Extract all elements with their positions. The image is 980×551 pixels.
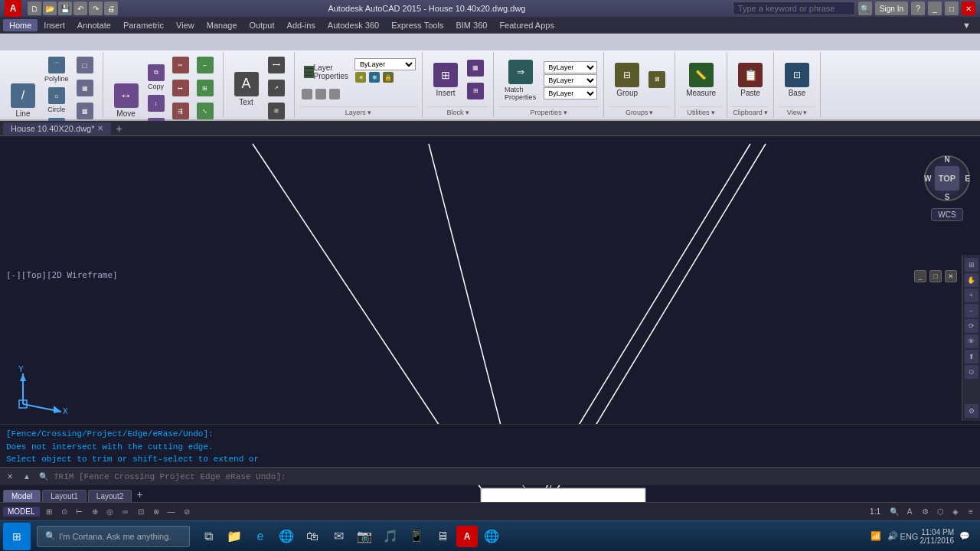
table-button[interactable]: ⊞ [265,101,288,122]
text-button[interactable]: A Text [230,69,263,109]
layer-on-off[interactable]: ☀ [354,71,367,85]
linetype-dropdown[interactable]: ByLayer [544,74,597,86]
store-icon[interactable]: 🛍 [300,524,325,549]
cmd-up-btn[interactable]: ▲ [20,470,34,484]
extend-button[interactable]: ↦ [169,78,192,99]
layer-more1[interactable] [301,88,313,102]
layer-dropdown[interactable]: ByLayer [354,58,416,70]
osnap-icon[interactable]: ◎ [104,506,116,518]
customize-icon[interactable]: ≡ [965,506,977,518]
properties-label[interactable]: Properties▾ [498,106,599,116]
annotate-icon[interactable]: A [903,506,916,518]
model-tab[interactable]: Model [3,490,41,502]
notifications-icon[interactable]: 💬 [959,530,971,543]
command-input-field[interactable] [54,472,977,481]
menu-insert[interactable]: Insert [38,19,71,31]
cmd-close-btn[interactable]: ✕ [3,470,17,484]
ortho-icon[interactable]: ⊢ [74,506,86,518]
ungroup-button[interactable]: ⊠ [645,70,668,91]
color-dropdown[interactable]: ByLayer [544,61,597,73]
network-tray[interactable]: 📶 [870,530,882,543]
media-icon[interactable]: 🎵 [378,524,403,549]
trim-button[interactable]: ✂ [169,55,192,77]
layer-more2[interactable] [315,88,327,102]
document-tab[interactable]: House 10.40X20.dwg* ✕ [3,122,111,135]
maximize-button[interactable]: □ [945,2,959,15]
layer-freeze[interactable]: ❄ [368,71,381,85]
block-label[interactable]: Block▾ [427,106,488,116]
cmd-search-btn[interactable]: 🔍 [37,470,51,484]
viewport-maximize[interactable]: □ [929,270,942,282]
nav-steer[interactable]: ⊙ [965,365,978,379]
tp-icon[interactable]: ⊘ [181,506,193,518]
offset-button[interactable]: ⇶ [169,101,192,122]
mail-icon[interactable]: ✉ [326,524,351,549]
start-button[interactable]: ⊞ [3,523,31,550]
match-properties-button[interactable]: ⇒ MatchProperties [500,57,541,104]
viewport-close[interactable]: ✕ [945,270,957,282]
layer-lock[interactable]: 🔒 [382,71,394,85]
cortana-search[interactable]: 🔍 I'm Cortana. Ask me anything. [37,526,190,547]
search-icon[interactable]: 🔍 [858,2,872,15]
otrack-icon[interactable]: ∞ [119,506,132,518]
zoom-level[interactable]: 1:1 [865,507,885,517]
polyline-button[interactable]: ⌒ Polyline [41,55,72,84]
view-label[interactable]: View▾ [779,106,815,116]
phone-icon[interactable]: 📱 [404,524,429,549]
stretch-button[interactable]: ↕ [145,93,168,115]
block-more2[interactable]: ⊞ [464,81,487,103]
close-button[interactable]: ✕ [962,2,975,15]
groups-label[interactable]: Groups▾ [609,106,670,116]
menu-home[interactable]: Home [3,19,38,31]
menu-featuredapps[interactable]: Featured Apps [493,19,560,31]
group-button[interactable]: ⊟ Group [610,60,644,100]
canvas-area[interactable]: [-][Top][2D Wireframe] _ □ ✕ [0,136,980,520]
task-view-icon[interactable]: ⧉ [196,524,220,549]
volume-tray[interactable]: 🔊 [887,530,899,543]
clipboard-label[interactable]: Clipboard▾ [732,106,769,116]
polar-icon[interactable]: ⊕ [89,506,101,518]
new-button[interactable]: 🗋 [28,2,41,15]
paste-button[interactable]: 📋 Paste [733,60,767,100]
browser-taskbar-icon[interactable]: 🌐 [479,524,504,549]
insert-button[interactable]: ⊞ Insert [429,60,462,100]
search-input[interactable] [733,2,855,15]
plot-button[interactable]: 🖨 [104,2,118,15]
fillet-button[interactable]: ⌐ [194,55,217,77]
undo-button[interactable]: ↶ [74,2,87,15]
nav-orbit[interactable]: ⟳ [965,319,978,333]
menu-view[interactable]: View [170,19,201,31]
internet-explorer-icon[interactable]: 🌐 [274,524,299,549]
redo-button[interactable]: ↷ [89,2,103,15]
circle-button[interactable]: ○ Circle [41,86,72,115]
edge-icon[interactable]: e [248,524,273,549]
remote-desktop-icon[interactable]: 🖥 [430,524,455,549]
menu-bim360[interactable]: BIM 360 [449,19,493,31]
array-button[interactable]: ⊞ [194,78,217,99]
save-button[interactable]: 💾 [58,2,72,15]
layers-label[interactable]: Layers▾ [299,106,418,116]
utilities-label[interactable]: Utilities▾ [680,106,722,116]
block-more1[interactable]: ▦ [464,58,487,80]
clock[interactable]: 11:04 PM 2/11/2016 [920,528,955,545]
new-layout-button[interactable]: + [133,487,145,502]
hatch-button[interactable]: ▦ [74,78,96,99]
nav-settings[interactable]: ⚙ [965,404,978,418]
menu-expresstools[interactable]: Express Tools [385,19,449,31]
line-button[interactable]: / Line [6,80,40,121]
wcs-label[interactable]: WCS [931,208,962,221]
lang-tray[interactable]: ENG [903,530,916,543]
model-status[interactable]: MODEL [3,507,40,517]
measure-button[interactable]: 📏 Measure [681,60,720,100]
layout1-tab[interactable]: Layout1 [42,490,87,502]
help-button[interactable]: ? [911,2,925,15]
minimize-button[interactable]: _ [928,2,942,15]
scale-button[interactable]: ⤡ [194,101,217,122]
dyn-icon[interactable]: ⊗ [150,506,162,518]
nav-walk[interactable]: ⬆ [965,350,978,364]
open-button[interactable]: 📂 [43,2,57,15]
nav-look[interactable]: 👁 [965,334,978,348]
menu-parametric[interactable]: Parametric [117,19,170,31]
dim-button[interactable]: ⟷ [265,55,288,77]
sign-in-button[interactable]: Sign In [875,2,908,15]
